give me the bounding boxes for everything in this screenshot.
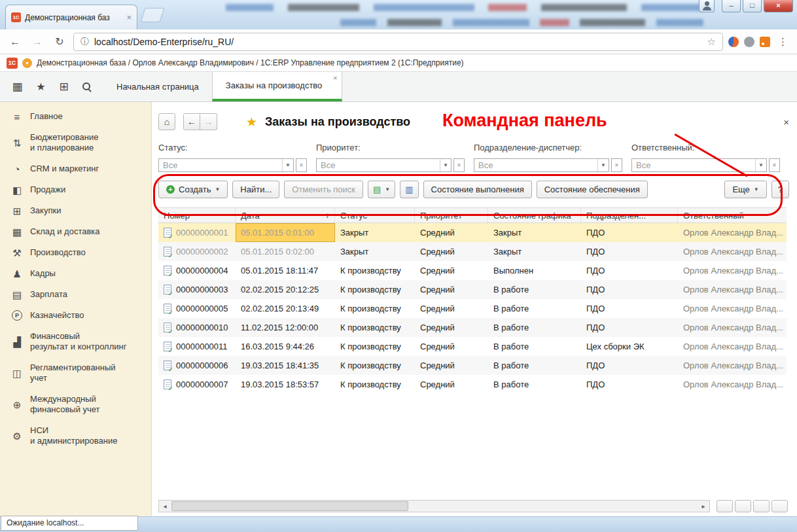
- column-header-schedule-state[interactable]: Состояние графика: [488, 208, 581, 222]
- minimize-button[interactable]: –: [722, 0, 741, 12]
- document-check-icon: [164, 247, 171, 257]
- sidebar-item-payroll[interactable]: ▤ Зарплата: [0, 284, 151, 305]
- view-mode-icon-button[interactable]: ▤ ▼: [368, 181, 395, 198]
- sidebar-item-regulated-accounting[interactable]: ◫ Регламентированный учет: [0, 357, 151, 389]
- filter-responsible: Ответственный: Все ▼ ×: [631, 143, 780, 172]
- sidebar-item-nsi-administration[interactable]: ⚙ НСИ и администрирование: [0, 420, 151, 452]
- nav-back-button[interactable]: ←: [183, 113, 200, 130]
- tab-production-orders[interactable]: Заказы на производство ×: [212, 72, 343, 101]
- find-button[interactable]: Найти...: [232, 181, 279, 198]
- sidebar-item-international-accounting[interactable]: ⊕ Международный финансовый учет: [0, 389, 151, 420]
- filter-combo-input[interactable]: Все ▼: [474, 158, 609, 172]
- chevron-down-icon[interactable]: ▼: [597, 159, 609, 171]
- supply-state-button[interactable]: Состояние обеспечения: [537, 181, 648, 198]
- document-check-icon: [164, 361, 171, 370]
- table-row-00000000001[interactable]: 00000000001 05.01.2015 0:01:00 Закрыт Ср…: [158, 223, 787, 242]
- tab-close-icon[interactable]: ×: [126, 12, 132, 22]
- new-tab-button[interactable]: [140, 8, 164, 22]
- maximize-button[interactable]: □: [743, 0, 762, 12]
- sidebar-item-production[interactable]: ⚒ Производство: [0, 242, 151, 263]
- column-header-number[interactable]: Номер: [158, 208, 236, 222]
- rss-extension-icon[interactable]: [760, 37, 770, 47]
- filter-combo-input[interactable]: Все ▼: [631, 158, 767, 172]
- column-header-department[interactable]: Подразделен...: [581, 208, 678, 222]
- tab-start-page[interactable]: Начальная страница: [103, 72, 212, 101]
- go-previous-row-button[interactable]: [735, 500, 751, 512]
- table-row-00000000006[interactable]: 00000000006 19.03.2015 18:41:35 К произв…: [158, 356, 787, 375]
- table-row-00000000011[interactable]: 00000000011 16.03.2015 9:44:26 К произво…: [158, 337, 787, 356]
- chevron-down-icon[interactable]: ▼: [440, 159, 451, 171]
- cell-date: 05.01.2015 0:01:00: [236, 223, 335, 242]
- search-icon[interactable]: [82, 82, 92, 92]
- form-close-icon[interactable]: ×: [783, 116, 789, 128]
- close-window-button[interactable]: ×: [764, 0, 793, 12]
- report-icon-button[interactable]: ▥: [400, 181, 418, 198]
- scrollbar-thumb[interactable]: [171, 501, 408, 511]
- filter-clear-button[interactable]: ×: [296, 158, 307, 172]
- filter-clear-button[interactable]: ×: [769, 158, 780, 172]
- favorite-star-icon[interactable]: ★: [246, 115, 257, 130]
- scrollbar-track[interactable]: [171, 501, 698, 512]
- column-header-status[interactable]: Статус: [335, 208, 415, 222]
- chevron-down-icon[interactable]: ▼: [282, 159, 293, 171]
- execution-state-button[interactable]: Состояние выполнения: [423, 181, 532, 198]
- help-button[interactable]: ?: [771, 181, 789, 198]
- table-row-00000000007[interactable]: 00000000007 19.03.2015 18:53:57 К произв…: [158, 375, 787, 394]
- cancel-search-button[interactable]: Отменить поиск: [284, 181, 363, 198]
- more-button[interactable]: Еще ▼: [724, 181, 766, 198]
- extension-icon-1[interactable]: [728, 37, 739, 47]
- site-info-icon[interactable]: ⓘ: [80, 36, 89, 48]
- browser-toolbar: ← → ↻ ⓘ localhost/Demo-Enterprise/ru_RU/…: [0, 29, 797, 54]
- history-icon[interactable]: ⊞: [59, 80, 68, 94]
- browser-back-button[interactable]: ←: [7, 33, 24, 50]
- table-row-00000000005[interactable]: 00000000005 02.02.2015 20:13:49 К произв…: [158, 299, 787, 318]
- browser-menu-icon[interactable]: ⋮: [775, 36, 790, 48]
- sidebar-item-sales[interactable]: ◧ Продажи: [0, 179, 151, 200]
- table-row-00000000010[interactable]: 00000000010 11.02.2015 12:00:00 К произв…: [158, 318, 787, 337]
- bookmark-star-icon[interactable]: ☆: [707, 36, 716, 48]
- home-button[interactable]: ⌂: [158, 113, 175, 130]
- sidebar-item-label: Склад и доставка: [30, 226, 100, 237]
- filter-clear-button[interactable]: ×: [611, 158, 622, 172]
- go-next-row-button[interactable]: [753, 500, 770, 512]
- cell-priority: Средний: [415, 375, 488, 394]
- sidebar-item-warehouse-delivery[interactable]: ▦ Склад и доставка: [0, 221, 151, 242]
- main-menu-arrow-button[interactable]: ▼: [22, 58, 32, 68]
- create-button[interactable]: Создать ▼: [158, 181, 228, 198]
- filter-combo-input[interactable]: Все ▼: [316, 158, 452, 172]
- chevron-down-icon[interactable]: ▼: [755, 159, 766, 171]
- nav-forward-button[interactable]: →: [200, 113, 217, 130]
- sidebar-item-purchases[interactable]: ⊞ Закупки: [0, 200, 151, 221]
- scroll-right-icon[interactable]: ▸: [698, 503, 709, 510]
- go-last-row-button[interactable]: [771, 500, 788, 512]
- column-header-date[interactable]: Дата↓: [236, 208, 335, 222]
- table-row-00000000002[interactable]: 00000000002 05.01.2015 0:02:00 Закрыт Ср…: [158, 242, 787, 261]
- extension-icon-2[interactable]: [744, 37, 754, 47]
- table-row-00000000004[interactable]: 00000000004 05.01.2015 18:11:47 К произв…: [158, 261, 787, 280]
- scroll-left-icon[interactable]: ◂: [159, 503, 171, 510]
- sidebar-item-crm-marketing[interactable]: ◔ CRM и маркетинг: [0, 158, 151, 179]
- column-label: Подразделен...: [586, 211, 646, 221]
- tab-close-icon[interactable]: ×: [333, 74, 337, 82]
- sidebar-item-hr[interactable]: ♟ Кадры: [0, 263, 151, 284]
- sidebar-item-treasury[interactable]: Р Казначейство: [0, 305, 151, 326]
- service-menu-icon[interactable]: ▦: [12, 80, 22, 94]
- sort-descending-icon[interactable]: ↓: [321, 211, 329, 220]
- url-text[interactable]: localhost/Demo-Enterprise/ru_RU/: [94, 37, 702, 47]
- sidebar-item-main[interactable]: ≡ Главное: [0, 106, 151, 127]
- browser-refresh-button[interactable]: ↻: [51, 33, 68, 50]
- filter-clear-button[interactable]: ×: [453, 158, 465, 172]
- address-bar[interactable]: ⓘ localhost/Demo-Enterprise/ru_RU/ ☆: [73, 33, 723, 51]
- favorites-icon[interactable]: ★: [36, 80, 45, 93]
- column-header-priority[interactable]: Приоритет: [415, 208, 488, 222]
- column-header-responsible[interactable]: Ответственный: [678, 208, 787, 222]
- browser-tab[interactable]: 1С Демонстрационная баз ×: [5, 5, 137, 29]
- sidebar-item-financial-result[interactable]: ▟ Финансовый результат и контроллинг: [0, 326, 151, 357]
- sidebar-item-budgeting[interactable]: ⇅ Бюджетирование и планирование: [0, 127, 151, 158]
- filter-combo-input[interactable]: Все ▼: [158, 158, 294, 172]
- table-row-00000000003[interactable]: 00000000003 02.02.2015 20:12:25 К произв…: [158, 280, 787, 299]
- go-first-row-button[interactable]: [717, 500, 733, 512]
- browser-forward-button[interactable]: →: [29, 33, 46, 50]
- horizontal-scrollbar[interactable]: ◂ ▸: [158, 500, 710, 512]
- user-profile-button[interactable]: [699, 0, 715, 12]
